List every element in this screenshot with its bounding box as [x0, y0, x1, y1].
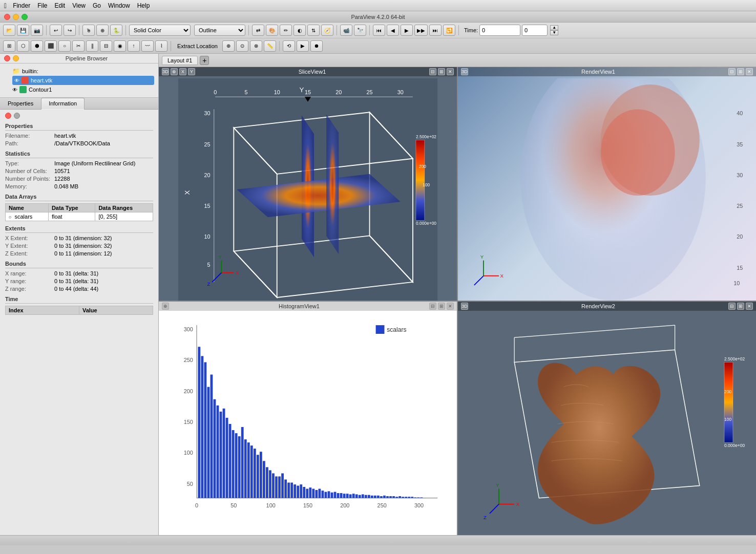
rv1-split-v[interactable]: ⊞	[737, 68, 744, 75]
slice-close[interactable]: ✕	[447, 68, 454, 75]
stream-button[interactable]: 〰	[141, 40, 154, 52]
opacity-button[interactable]: ◐	[293, 25, 306, 36]
extract-btn[interactable]: ⊕	[222, 40, 235, 52]
camera-button[interactable]: 📹	[340, 25, 352, 36]
grid-button[interactable]: ⊞	[3, 40, 15, 52]
information-tab[interactable]: Information	[41, 98, 85, 110]
svg-rect-79	[223, 409, 225, 498]
select-button[interactable]: ⊕	[96, 25, 109, 36]
time-spinner[interactable]: ▲ ▼	[550, 25, 558, 35]
properties-tab[interactable]: Properties	[0, 98, 41, 109]
apple-menu[interactable]: 	[4, 2, 7, 10]
minimize-button[interactable]	[13, 14, 19, 20]
edit-colors-button[interactable]: ✏	[280, 25, 292, 36]
tree-item-contour[interactable]: 👁 Contour1	[12, 85, 154, 94]
close-button[interactable]	[4, 14, 10, 20]
prev-frame[interactable]: ◀	[387, 25, 399, 36]
reset-camera-btn[interactable]: ⟲	[283, 40, 295, 52]
info-close[interactable]	[5, 113, 11, 119]
next-frame[interactable]: ▶▶	[414, 25, 428, 36]
rescale-button[interactable]: ⇄	[252, 25, 264, 36]
histogram-content[interactable]: scalars 300 250 200 150 100 50 0 50 100	[159, 313, 457, 535]
spinner-up[interactable]: ▲	[550, 25, 558, 30]
maximize-button[interactable]	[22, 14, 28, 20]
panel-close[interactable]	[4, 55, 10, 61]
probe-btn[interactable]: ⊙	[236, 40, 248, 52]
window-menu[interactable]: Window	[108, 2, 130, 9]
slice-view-pane[interactable]: 3D ⊕ X Y SliceView1 ⊟ ⊞ ✕	[159, 67, 457, 301]
add-layout-button[interactable]: +	[200, 56, 209, 65]
panel-minimize[interactable]	[13, 55, 19, 61]
sphere-button[interactable]: ○	[58, 40, 71, 52]
hist-split-h[interactable]: ⊟	[429, 303, 436, 310]
time-input[interactable]	[479, 25, 520, 36]
undo-button[interactable]: ↩	[50, 25, 62, 36]
rv2-3d-btn[interactable]: 3D	[461, 303, 468, 310]
view-menu[interactable]: View	[72, 2, 86, 9]
hist-split-v[interactable]: ⊞	[438, 303, 445, 310]
open-button[interactable]: 📂	[3, 25, 15, 36]
python-button[interactable]: 🐍	[110, 25, 122, 36]
layout-tab-1[interactable]: Layout #1	[162, 56, 198, 65]
render-view2-content[interactable]: 2.500e+02 200 100 0.000e+00 X Y Z	[458, 313, 756, 535]
slice-orient-btn[interactable]: 3D	[162, 68, 169, 75]
rv2-split-h[interactable]: ⊟	[728, 303, 736, 310]
play-button[interactable]: ▶	[401, 25, 413, 36]
last-frame[interactable]: ⏭	[429, 25, 442, 36]
first-frame[interactable]: ⏮	[373, 25, 385, 36]
rv1-close[interactable]: ✕	[746, 68, 753, 75]
query-btn[interactable]: ⊗	[250, 40, 262, 52]
hist-btn1[interactable]: ⊕	[162, 303, 169, 310]
info-min[interactable]	[14, 113, 20, 119]
finder-menu[interactable]: Finder	[13, 2, 30, 9]
help-menu[interactable]: Help	[137, 2, 150, 9]
colormap-button[interactable]: 🎨	[266, 25, 278, 36]
svg-text:5: 5	[244, 89, 247, 95]
slice-button[interactable]: ⊟	[100, 40, 112, 52]
slice-view-content[interactable]: Y 0 5 10 15 20 25 30 X	[159, 78, 457, 301]
orient-button[interactable]: 🧭	[321, 25, 333, 36]
wireframe-button[interactable]: ⬡	[17, 40, 29, 52]
file-menu[interactable]: File	[37, 2, 47, 9]
rv2-close[interactable]: ✕	[746, 303, 753, 310]
camera2-button[interactable]: 🔭	[354, 25, 366, 36]
rv1-split-h[interactable]: ⊟	[728, 68, 736, 75]
tree-item-heart[interactable]: 👁 heart.vtk	[12, 76, 154, 85]
hist-close[interactable]: ✕	[447, 303, 454, 310]
solid-button[interactable]: ⬢	[31, 40, 43, 52]
slice-split-v[interactable]: ⊞	[438, 68, 445, 75]
arrays-section: Data Arrays	[5, 194, 153, 201]
clip-button[interactable]: ✂	[72, 40, 85, 52]
outline-select[interactable]: Outline	[194, 25, 245, 36]
cut-button[interactable]: ∥	[86, 40, 98, 52]
go-menu[interactable]: Go	[93, 2, 101, 9]
rv1-3d-btn[interactable]: 3D	[461, 68, 468, 75]
histogram-view-pane[interactable]: ⊕ HistogramView1 ⊟ ⊞ ✕ scalars	[159, 302, 457, 535]
interact-button[interactable]: 🖱	[82, 25, 95, 36]
slice-y-btn[interactable]: Y	[188, 68, 195, 75]
slice-reset-btn[interactable]: ⊕	[171, 68, 178, 75]
slice-x-btn[interactable]: X	[179, 68, 186, 75]
anim-btn[interactable]: ▶	[297, 40, 309, 52]
render-view2-pane[interactable]: 3D RenderView2 ⊟ ⊞ ✕	[458, 302, 756, 535]
render-view1-pane[interactable]: 3D RenderView1 ⊟ ⊞ ✕	[458, 67, 756, 301]
screenshot-button[interactable]: 📷	[31, 25, 43, 36]
render-view1-content[interactable]: 40 35 30 25 20 15 10 X Y	[458, 78, 756, 301]
contour-button[interactable]: ◉	[114, 40, 126, 52]
slice-split-h[interactable]: ⊟	[429, 68, 436, 75]
tree-item-builtin[interactable]: 📁 builtin:	[4, 67, 154, 76]
edit-menu[interactable]: Edit	[54, 2, 65, 9]
redo-button[interactable]: ↪	[64, 25, 76, 36]
rv2-split-v[interactable]: ⊞	[737, 303, 744, 310]
color-select[interactable]: Solid Color	[129, 25, 191, 36]
flip-button[interactable]: ⇅	[307, 25, 320, 36]
box-button[interactable]: ⬛	[45, 40, 57, 52]
warp-button[interactable]: ⌇	[155, 40, 167, 52]
save-button[interactable]: 💾	[17, 25, 29, 36]
loop-button[interactable]: 🔁	[443, 25, 455, 36]
time-input2[interactable]	[522, 25, 548, 36]
glyph-button[interactable]: ↑	[128, 40, 140, 52]
spinner-down[interactable]: ▼	[550, 30, 558, 35]
record-btn[interactable]: ⏺	[310, 40, 323, 52]
ruler-btn[interactable]: 📏	[264, 40, 276, 52]
